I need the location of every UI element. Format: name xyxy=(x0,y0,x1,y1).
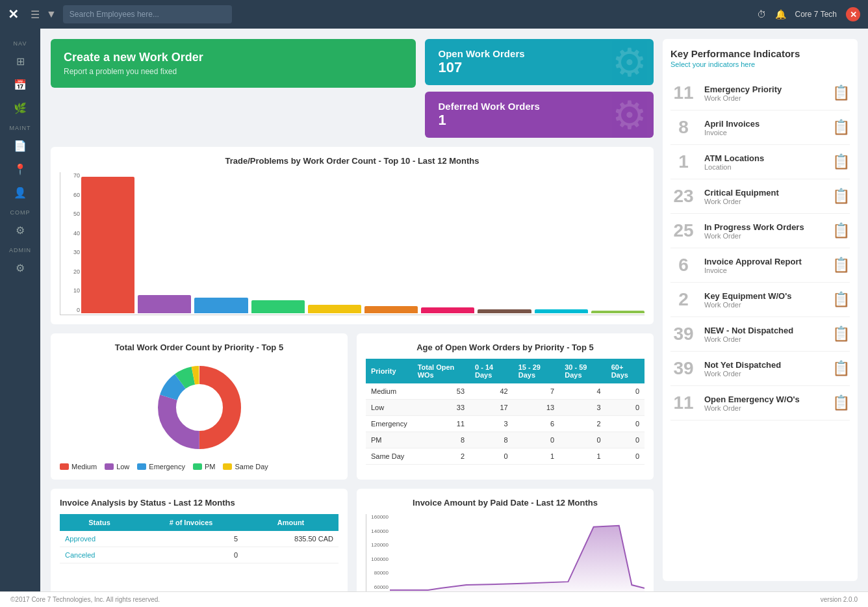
age-cell-1: 53 xyxy=(413,383,470,400)
age-cell-5: 0 xyxy=(606,416,645,432)
kpi-item-1[interactable]: 8 April Invoices Invoice 📋 xyxy=(670,110,850,145)
age-cell-4: 2 xyxy=(559,416,606,432)
age-cell-1: 11 xyxy=(413,416,470,432)
age-cell-5: 0 xyxy=(606,448,645,465)
kpi-info-8: Not Yet Dispatched Work Order xyxy=(704,360,824,378)
table-row: Same Day20110 xyxy=(366,448,645,465)
kpi-num-0: 11 xyxy=(670,83,696,103)
kpi-item-0[interactable]: 11 Emergency Priority Work Order 📋 xyxy=(670,76,850,110)
age-cell-4: 3 xyxy=(559,400,606,416)
bar-item-9 xyxy=(591,172,645,313)
bar-rect-8 xyxy=(535,309,588,314)
kpi-item-3[interactable]: 23 Critical Equipment Work Order 📋 xyxy=(670,179,850,214)
inv-status-approved[interactable]: Approved xyxy=(65,535,96,543)
age-cell-0: Emergency xyxy=(366,416,413,432)
legend-sameday: Same Day xyxy=(223,463,268,471)
kpi-title-4: In Progress Work Orders xyxy=(704,222,824,232)
deferred-card-watermark: ⚙ xyxy=(612,92,647,138)
sidebar-item-map[interactable]: 📍 xyxy=(6,157,34,181)
kpi-item-8[interactable]: 39 Not Yet Dispatched Work Order 📋 xyxy=(670,352,850,386)
kpi-info-6: Key Equipment W/O's Work Order xyxy=(704,291,824,309)
kpi-title-5: Invoice Approval Report xyxy=(704,257,824,266)
open-card-title: Open Work Orders xyxy=(438,48,641,59)
y-label-30: 30 xyxy=(60,249,80,255)
quick-cards-row: Create a new Work Order Report a problem… xyxy=(51,39,654,138)
kpi-title-2: ATM Locations xyxy=(704,153,824,163)
kpi-item-7[interactable]: 39 NEW - Not Dispatched Work Order 📋 xyxy=(670,317,850,352)
age-cell-1: 33 xyxy=(413,400,470,416)
sidebar-item-dashboard[interactable]: ⊞ xyxy=(6,49,34,73)
bar-rect-7 xyxy=(478,309,531,314)
age-cell-2: 8 xyxy=(470,432,513,448)
age-col-3059: 30 - 59 Days xyxy=(559,359,606,383)
create-card-sub: Report a problem you need fixed xyxy=(64,67,403,76)
kpi-item-2[interactable]: 1 ATM Locations Location 📋 xyxy=(670,145,850,179)
main-layout: NAV ⊞ 📅 🌿 MAINT 📄 📍 👤 COMP ⚙ ADMIN ⚙ Cre… xyxy=(0,29,868,591)
kpi-item-9[interactable]: 11 Open Emergency W/O's Work Order 📋 xyxy=(670,386,850,420)
age-cell-2: 0 xyxy=(470,448,513,465)
kpi-title-8: Not Yet Dispatched xyxy=(704,360,824,370)
table-row: Approved 5 835.50 CAD xyxy=(60,531,338,547)
kpi-num-2: 1 xyxy=(670,151,696,172)
age-cell-3: 0 xyxy=(513,432,559,448)
kpi-panel: Key Performance Indicators Select your i… xyxy=(663,39,858,581)
search-input[interactable] xyxy=(63,5,232,23)
kpi-item-5[interactable]: 6 Invoice Approval Report Invoice 📋 xyxy=(670,248,850,283)
user-label: Core 7 Tech xyxy=(795,10,837,19)
bar-rect-9 xyxy=(591,311,645,313)
line-y-160000: 160000 xyxy=(366,514,389,520)
age-cell-3: 13 xyxy=(513,400,559,416)
svg-point-5 xyxy=(177,385,222,430)
invoice-row: Invoice Analysis by Status - Last 12 Mon… xyxy=(51,489,654,591)
kpi-num-9: 11 xyxy=(670,393,696,413)
footer-copy: ©2017 Core 7 Technologies, Inc. All righ… xyxy=(10,596,160,603)
menu-icon[interactable]: ☰ xyxy=(31,8,40,21)
open-work-orders-card[interactable]: Open Work Orders 107 ⚙ xyxy=(425,39,654,85)
kpi-doc-icon-8: 📋 xyxy=(832,360,850,377)
deferred-work-orders-card[interactable]: Deferred Work Orders 1 ⚙ xyxy=(425,92,654,138)
donut-section: Total Work Order Count by Priority - Top… xyxy=(51,333,348,480)
kpi-doc-icon-6: 📋 xyxy=(832,291,850,308)
kpi-sub-7: Work Order xyxy=(704,335,824,343)
create-card-title: Create a new Work Order xyxy=(64,51,403,64)
version-label: version 2.0.0 xyxy=(821,596,858,603)
kpi-sub-1: Invoice xyxy=(704,129,824,136)
age-cell-2: 17 xyxy=(470,400,513,416)
sidebar-item-comp[interactable]: ⚙ xyxy=(6,218,34,242)
sidebar-item-person[interactable]: 👤 xyxy=(6,181,34,204)
bar-chart-section: Trade/Problems by Work Order Count - Top… xyxy=(51,147,654,324)
kpi-title: Key Performance Indicators xyxy=(670,48,850,59)
age-cell-3: 6 xyxy=(513,416,559,432)
kpi-subtitle-link[interactable]: Select your indicators here xyxy=(670,60,850,68)
sidebar-item-leaf[interactable]: 🌿 xyxy=(6,96,34,120)
sidebar-item-admin[interactable]: ⚙ xyxy=(6,256,34,279)
kpi-item-6[interactable]: 2 Key Equipment W/O's Work Order 📋 xyxy=(670,283,850,317)
kpi-sub-3: Work Order xyxy=(704,198,824,205)
kpi-item-4[interactable]: 25 In Progress Work Orders Work Order 📋 xyxy=(670,214,850,248)
sidebar-item-calendar[interactable]: 📅 xyxy=(6,73,34,96)
age-table-section: Age of Open Work Orders by Priority - To… xyxy=(357,333,654,480)
open-card-count: 107 xyxy=(438,59,641,76)
timer-icon[interactable]: ⏱ xyxy=(757,9,766,19)
bar-item-6 xyxy=(421,172,474,313)
kpi-info-0: Emergency Priority Work Order xyxy=(704,84,824,102)
age-cell-0: Low xyxy=(366,400,413,416)
kpi-title-0: Emergency Priority xyxy=(704,84,824,94)
create-work-order-card[interactable]: Create a new Work Order Report a problem… xyxy=(51,39,416,88)
y-label-70: 70 xyxy=(60,172,80,179)
bell-icon[interactable]: 🔔 xyxy=(775,9,786,19)
close-button[interactable]: ✕ xyxy=(846,7,860,21)
kpi-num-4: 25 xyxy=(670,220,696,241)
bar-item-3 xyxy=(251,172,305,313)
kpi-title-9: Open Emergency W/O's xyxy=(704,394,824,404)
age-cell-0: Medium xyxy=(366,383,413,400)
age-cell-5: 0 xyxy=(606,400,645,416)
bar-item-0 xyxy=(81,172,134,313)
legend-emergency: Emergency xyxy=(137,463,185,471)
table-row: PM88000 xyxy=(366,432,645,448)
inv-amount-approved: 835.50 CAD xyxy=(243,531,338,547)
inv-status-canceled[interactable]: Canceled xyxy=(65,551,95,559)
filter-icon[interactable]: ▼ xyxy=(46,8,57,20)
legend-low: Low xyxy=(105,463,129,471)
sidebar-item-doc[interactable]: 📄 xyxy=(6,134,34,157)
